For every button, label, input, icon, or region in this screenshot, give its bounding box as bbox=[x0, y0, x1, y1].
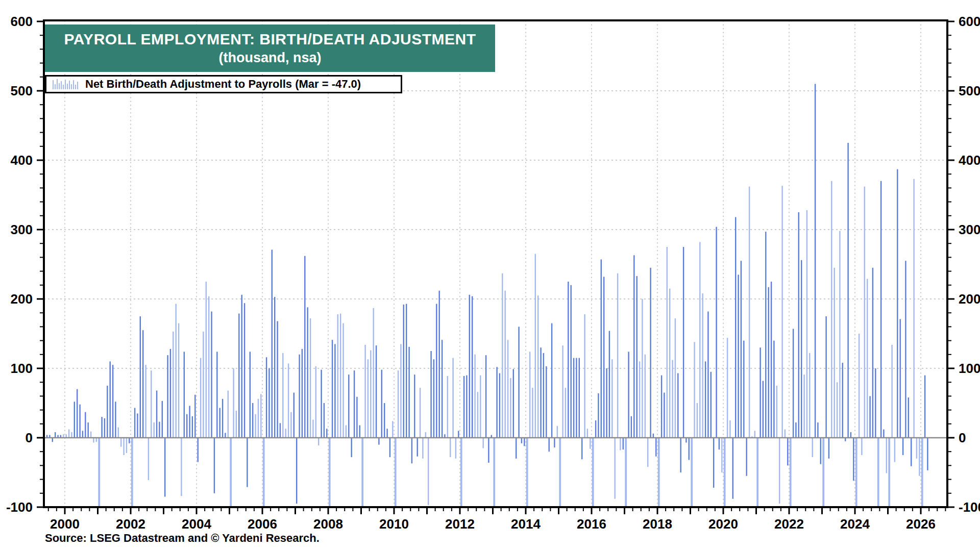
bar bbox=[902, 438, 903, 455]
bar bbox=[68, 430, 69, 438]
bar bbox=[615, 438, 616, 499]
bar bbox=[502, 273, 503, 438]
bar bbox=[713, 438, 714, 488]
bar bbox=[790, 438, 792, 507]
bar bbox=[798, 212, 799, 438]
bar bbox=[337, 314, 338, 438]
y-label-right: 400 bbox=[959, 153, 980, 168]
bar bbox=[324, 403, 325, 438]
bar bbox=[724, 438, 726, 507]
y-label-left: 500 bbox=[11, 83, 33, 98]
bar bbox=[120, 438, 121, 447]
bar bbox=[145, 365, 146, 438]
bar bbox=[573, 358, 574, 438]
bar bbox=[134, 408, 135, 438]
bar bbox=[447, 376, 448, 438]
bar bbox=[318, 438, 319, 445]
bar bbox=[474, 355, 475, 438]
bar bbox=[526, 438, 528, 507]
bar bbox=[913, 179, 914, 438]
bar bbox=[598, 393, 599, 438]
bar bbox=[85, 412, 86, 438]
bar bbox=[867, 279, 868, 438]
bar bbox=[859, 334, 860, 438]
bar bbox=[510, 378, 511, 438]
bar bbox=[822, 438, 824, 507]
bar bbox=[650, 268, 651, 438]
y-label-left: 200 bbox=[11, 291, 33, 307]
bar bbox=[351, 438, 352, 457]
bar bbox=[82, 431, 83, 438]
bar bbox=[208, 296, 209, 438]
bar bbox=[699, 242, 700, 438]
bar bbox=[886, 438, 887, 473]
legend-label: Net Birth/Death Adjustment to Payrolls (… bbox=[85, 78, 361, 91]
y-label-left: 100 bbox=[11, 361, 33, 376]
legend-icon-bar bbox=[63, 85, 64, 89]
source-text: Source: LSEG Datastream and © Yardeni Re… bbox=[45, 532, 320, 545]
bar bbox=[768, 287, 769, 438]
x-label: 2022 bbox=[774, 516, 804, 532]
bar bbox=[386, 429, 387, 438]
bar bbox=[729, 420, 730, 438]
bar bbox=[888, 438, 890, 507]
bar bbox=[803, 374, 804, 438]
bar bbox=[869, 396, 870, 438]
bar bbox=[71, 432, 72, 438]
bar bbox=[771, 282, 772, 438]
bar bbox=[716, 227, 717, 438]
bar bbox=[691, 438, 693, 507]
bar bbox=[332, 340, 333, 438]
bar bbox=[238, 314, 239, 438]
bar bbox=[361, 438, 363, 507]
bar bbox=[250, 352, 251, 438]
bar bbox=[877, 438, 879, 507]
bar bbox=[430, 351, 431, 438]
plot-border bbox=[44, 20, 947, 507]
bar bbox=[123, 438, 124, 455]
bar bbox=[853, 438, 854, 481]
legend-icon-bar bbox=[67, 84, 68, 89]
bar bbox=[189, 406, 190, 438]
legend-icon-bar bbox=[53, 80, 54, 89]
bar bbox=[162, 401, 163, 438]
bar bbox=[785, 430, 786, 438]
legend-icon-bar bbox=[77, 82, 78, 89]
bar bbox=[384, 403, 385, 438]
bar bbox=[340, 314, 341, 438]
bar bbox=[214, 438, 215, 493]
bar bbox=[754, 431, 755, 438]
bar bbox=[850, 432, 851, 438]
bar bbox=[645, 355, 646, 438]
bar bbox=[392, 421, 393, 438]
bar bbox=[439, 291, 440, 438]
bar bbox=[98, 438, 100, 507]
bar bbox=[875, 368, 876, 438]
bar bbox=[255, 414, 256, 438]
bar bbox=[702, 293, 703, 438]
bar bbox=[631, 416, 632, 438]
legend-icon-bar bbox=[75, 85, 76, 89]
axis-ticks bbox=[37, 21, 954, 514]
bar bbox=[815, 84, 816, 438]
y-label-right: 300 bbox=[959, 222, 980, 237]
bar bbox=[549, 438, 550, 452]
bar bbox=[880, 181, 881, 438]
bar bbox=[107, 386, 108, 438]
bar bbox=[225, 433, 226, 438]
bar bbox=[433, 359, 434, 438]
bar bbox=[837, 382, 838, 438]
bar bbox=[894, 438, 895, 462]
bar bbox=[142, 330, 143, 438]
bar bbox=[546, 366, 547, 438]
bar bbox=[477, 392, 478, 438]
bar bbox=[524, 438, 525, 446]
bar bbox=[595, 420, 596, 438]
bar bbox=[872, 268, 873, 438]
bar bbox=[348, 374, 349, 438]
bar bbox=[236, 411, 237, 438]
bar bbox=[581, 438, 582, 459]
bar bbox=[609, 331, 610, 438]
bar bbox=[302, 349, 303, 438]
bar bbox=[321, 370, 322, 438]
